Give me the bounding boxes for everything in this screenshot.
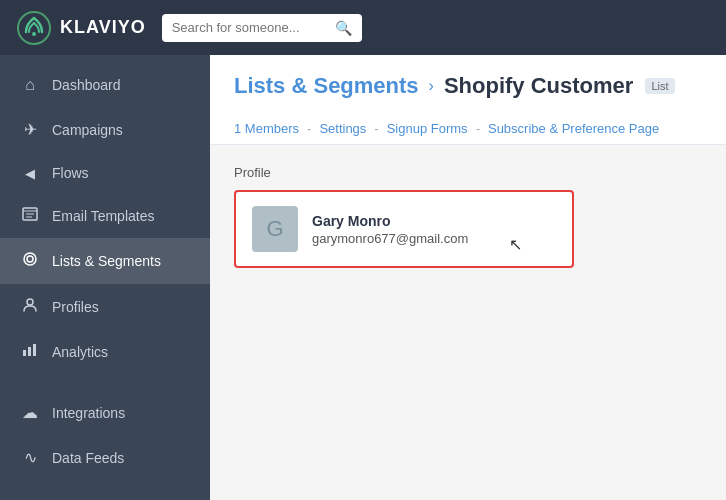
sidebar-label-integrations: Integrations <box>52 405 125 421</box>
sidebar-label-campaigns: Campaigns <box>52 122 123 138</box>
breadcrumb-badge: List <box>645 78 674 94</box>
integrations-icon: ☁ <box>20 403 40 422</box>
campaigns-icon: ✈ <box>20 120 40 139</box>
logo-text: KLAVIYO <box>60 17 146 38</box>
sidebar-label-lists-segments: Lists & Segments <box>52 253 161 269</box>
analytics-icon <box>20 343 40 361</box>
profiles-icon <box>20 297 40 317</box>
data-feeds-icon: ∿ <box>20 448 40 467</box>
sidebar-label-dashboard: Dashboard <box>52 77 121 93</box>
sidebar-item-lists-segments[interactable]: Lists & Segments <box>0 238 210 284</box>
subnav-subscribe-preference[interactable]: Subscribe & Preference Page <box>488 113 659 144</box>
search-input[interactable] <box>172 20 329 35</box>
profile-email: garymonro677@gmail.com <box>312 231 468 246</box>
sidebar-label-analytics: Analytics <box>52 344 108 360</box>
search-bar[interactable]: 🔍 <box>162 14 362 42</box>
sidebar-label-email-templates: Email Templates <box>52 208 154 224</box>
sidebar-item-campaigns[interactable]: ✈ Campaigns <box>0 107 210 152</box>
svg-point-6 <box>24 253 36 265</box>
profile-name: Gary Monro <box>312 213 468 229</box>
sidebar-item-dashboard[interactable]: ⌂ Dashboard <box>0 63 210 107</box>
search-icon: 🔍 <box>335 20 352 36</box>
subnav-sep-2: - <box>374 121 378 136</box>
cursor-indicator: ↖ <box>509 235 522 254</box>
sidebar-label-flows: Flows <box>52 165 89 181</box>
dashboard-icon: ⌂ <box>20 76 40 94</box>
sidebar-item-data-feeds[interactable]: ∿ Data Feeds <box>0 435 210 480</box>
svg-rect-10 <box>28 347 31 356</box>
sidebar-item-integrations[interactable]: ☁ Integrations <box>0 390 210 435</box>
content-area: Lists & Segments › Shopify Customer List… <box>210 55 726 500</box>
sub-nav: 1 Members - Settings - Signup Forms - Su… <box>234 113 702 144</box>
sidebar-label-data-feeds: Data Feeds <box>52 450 124 466</box>
content-body: Profile G Gary Monro garymonro677@gmail.… <box>210 145 726 288</box>
breadcrumb-current: Shopify Customer <box>444 73 633 99</box>
svg-rect-9 <box>23 350 26 356</box>
sidebar: ⌂ Dashboard ✈ Campaigns ◀ Flows Email Te… <box>0 55 210 500</box>
breadcrumb-link[interactable]: Lists & Segments <box>234 73 419 99</box>
section-label: Profile <box>234 165 702 180</box>
svg-point-7 <box>27 256 33 262</box>
sidebar-item-flows[interactable]: ◀ Flows <box>0 152 210 194</box>
subnav-settings[interactable]: Settings <box>319 113 366 144</box>
subnav-members[interactable]: 1 Members <box>234 113 299 144</box>
avatar: G <box>252 206 298 252</box>
profile-card[interactable]: G Gary Monro garymonro677@gmail.com ↖ <box>234 190 574 268</box>
profile-info: Gary Monro garymonro677@gmail.com <box>312 213 468 246</box>
svg-point-8 <box>27 299 33 305</box>
breadcrumb-arrow: › <box>429 77 434 95</box>
sidebar-item-email-templates[interactable]: Email Templates <box>0 194 210 238</box>
sidebar-item-profiles[interactable]: Profiles <box>0 284 210 330</box>
subnav-sep-1: - <box>307 121 311 136</box>
svg-point-1 <box>32 32 36 36</box>
sidebar-label-profiles: Profiles <box>52 299 99 315</box>
logo-area: KLAVIYO <box>16 10 146 46</box>
sidebar-divider <box>0 374 210 390</box>
subnav-sep-3: - <box>476 121 480 136</box>
lists-segments-icon <box>20 251 40 271</box>
breadcrumb: Lists & Segments › Shopify Customer List <box>234 73 702 99</box>
sidebar-item-analytics[interactable]: Analytics <box>0 330 210 374</box>
svg-rect-11 <box>33 344 36 356</box>
main-layout: ⌂ Dashboard ✈ Campaigns ◀ Flows Email Te… <box>0 55 726 500</box>
content-header: Lists & Segments › Shopify Customer List… <box>210 55 726 145</box>
flows-icon: ◀ <box>20 166 40 181</box>
klaviyo-logo-icon <box>16 10 52 46</box>
subnav-signup-forms[interactable]: Signup Forms <box>387 113 468 144</box>
email-templates-icon <box>20 207 40 225</box>
topbar: KLAVIYO 🔍 <box>0 0 726 55</box>
